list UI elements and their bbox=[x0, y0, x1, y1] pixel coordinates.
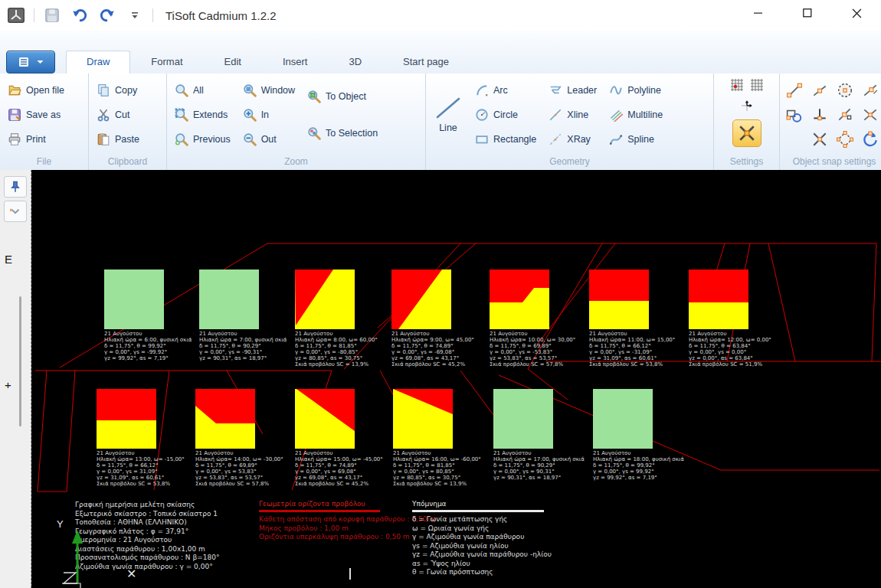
button-rectangle[interactable]: Rectangle bbox=[469, 127, 542, 152]
button-in[interactable]: In bbox=[237, 103, 301, 127]
tab-draw[interactable]: Draw bbox=[66, 51, 130, 74]
separator bbox=[34, 8, 34, 22]
button-to-object[interactable]: To Object bbox=[301, 84, 384, 109]
cell-text-line: γ = 0,00°, γs = 99,92° bbox=[593, 469, 693, 475]
cell-text-line: Ηλιακή ώρα= 10:00, ω= 30,00° bbox=[490, 337, 589, 343]
button-snap-intersection[interactable] bbox=[857, 103, 881, 127]
tab-format[interactable]: Format bbox=[130, 51, 203, 74]
separator bbox=[152, 8, 153, 22]
button-paste[interactable]: Paste bbox=[90, 127, 146, 152]
button-copy[interactable]: Copy bbox=[90, 78, 146, 103]
cell-annotation: 21 ΑυγούστουΗλιακή ώρα = 6:00, φυσική σκ… bbox=[104, 331, 204, 361]
cell-text-line: γ = 0,00°, γs = 69,08° bbox=[295, 469, 395, 475]
button-multiline[interactable]: Multiline bbox=[603, 103, 669, 127]
button-snap-quadrant[interactable] bbox=[832, 127, 857, 152]
button-grid[interactable] bbox=[750, 78, 764, 95]
cell-text-line: γz = 80,85°, αs = 30,75° bbox=[295, 355, 395, 361]
button-out[interactable]: Out bbox=[237, 127, 301, 152]
button-snap-insert[interactable] bbox=[832, 103, 857, 127]
button-xline[interactable]: Xline bbox=[542, 103, 603, 127]
button-snap-rotation[interactable] bbox=[857, 127, 881, 152]
button-leader[interactable]: Leader bbox=[542, 78, 603, 103]
close-button[interactable] bbox=[832, 0, 881, 26]
cell-text-line: δ = 11,75°, θ = 81,85° bbox=[393, 462, 493, 469]
button-extends[interactable]: Extends bbox=[169, 103, 237, 127]
panel-pin-button[interactable] bbox=[4, 176, 27, 198]
button-save-as[interactable]: Save as bbox=[2, 103, 70, 127]
axis-x-mark: ✕ bbox=[126, 567, 136, 581]
button-to-selection[interactable]: To Selection bbox=[301, 121, 384, 145]
button-snap-tangent[interactable] bbox=[781, 103, 807, 127]
cell-text-line: 21 Αυγούστου bbox=[493, 450, 593, 456]
minimize-button[interactable] bbox=[734, 0, 783, 26]
button-label: Open file bbox=[26, 85, 64, 96]
button-window[interactable]: Window bbox=[237, 78, 301, 103]
button-previous[interactable]: Previous bbox=[169, 127, 237, 152]
zoom-previous-icon bbox=[175, 132, 188, 146]
cell-annotation: 21 ΑυγούστουΗλιακή ώρα = 17:00, φυσική σ… bbox=[493, 450, 593, 481]
cell-text-line: δ = 11,75°, θ = 66,12° bbox=[97, 462, 196, 469]
titlebar: TiSoft Cadmium 1.2.2 bbox=[0, 0, 881, 31]
snap-tangent-icon bbox=[786, 106, 803, 123]
paste-icon bbox=[97, 132, 110, 146]
grid-icon bbox=[750, 78, 764, 92]
snap-node-icon bbox=[811, 131, 828, 148]
button-spline[interactable]: Spline bbox=[603, 127, 669, 152]
undo-icon[interactable] bbox=[70, 6, 90, 24]
button-snap-markers[interactable] bbox=[732, 119, 761, 147]
button-xray[interactable]: XRay bbox=[542, 127, 603, 152]
button-open-file[interactable]: Open file bbox=[2, 78, 70, 103]
grid-origin-icon bbox=[730, 78, 744, 92]
tab-3d[interactable]: 3D bbox=[328, 51, 382, 74]
cell-annotation: 21 ΑυγούστουΗλιακή ώρα= 9:00, ω= 45,00°δ… bbox=[391, 331, 491, 368]
save-icon[interactable] bbox=[42, 6, 62, 24]
button-line[interactable]: Line bbox=[427, 75, 469, 155]
wireframe-line bbox=[872, 243, 876, 361]
tab-start-page[interactable]: Start page bbox=[382, 51, 470, 74]
tab-insert[interactable]: Insert bbox=[262, 51, 329, 74]
button-print[interactable]: Print bbox=[2, 127, 70, 152]
tab-edit[interactable]: Edit bbox=[204, 51, 262, 74]
chevron-down-icon bbox=[8, 204, 22, 218]
button-label: Previous bbox=[193, 134, 231, 145]
button-label: Multiline bbox=[627, 109, 663, 120]
button-axes[interactable] bbox=[740, 99, 754, 116]
snap-insert-icon bbox=[837, 106, 853, 123]
panel-scrollbar[interactable] bbox=[19, 296, 21, 426]
shading-cell-r0c0: 21 ΑυγούστουΗλιακή ώρα = 6:00, φυσική σκ… bbox=[104, 270, 204, 361]
button-label: To Selection bbox=[326, 128, 378, 139]
button-label: Copy bbox=[115, 85, 137, 96]
cell-annotation: 21 ΑυγούστουΗλιακή ώρα= 12:00, ω= 0,00°δ… bbox=[689, 331, 788, 368]
legend-title: Υπόμνημα bbox=[412, 499, 552, 508]
text-line: αs = Ύψος ηλίου bbox=[412, 560, 552, 569]
button-arc[interactable]: Arc bbox=[469, 78, 542, 103]
redo-icon[interactable] bbox=[97, 6, 117, 24]
cell-text-line: γ = 0,00°, γs = 90,31° bbox=[493, 469, 593, 475]
button-label: Polyline bbox=[627, 85, 661, 96]
cell-text-line: γz = 31,09°, αs = 60,61° bbox=[97, 475, 196, 481]
button-snap-node[interactable] bbox=[807, 127, 832, 152]
button-all[interactable]: All bbox=[169, 78, 237, 103]
button-cut[interactable]: Cut bbox=[90, 103, 146, 127]
button-polyline[interactable]: Polyline bbox=[603, 78, 669, 103]
cell-text-line: γ = 0,00°, γs = -53,83° bbox=[490, 349, 589, 355]
button-circle[interactable]: Circle bbox=[469, 103, 542, 127]
spacer bbox=[781, 127, 807, 152]
button-snap-nearest[interactable] bbox=[857, 78, 881, 103]
button-snap-center[interactable] bbox=[832, 78, 857, 103]
application-menu-button[interactable] bbox=[6, 51, 55, 74]
button-grid-origin[interactable] bbox=[730, 78, 744, 95]
cell-text-line: δ = 11,75°, θ = 74,89° bbox=[391, 343, 491, 349]
panel-collapse-button[interactable] bbox=[4, 201, 27, 222]
button-snap-endpoint[interactable] bbox=[781, 78, 807, 103]
button-snap-midpoint[interactable] bbox=[807, 78, 832, 103]
maximize-button[interactable] bbox=[783, 0, 832, 26]
button-snap-perpendicular[interactable] bbox=[807, 103, 832, 127]
cell-text-line: δ = 11,75°, θ = 66,12° bbox=[589, 343, 689, 349]
cell-text-line: 21 Αυγούστου bbox=[391, 331, 491, 337]
axes-icon bbox=[740, 99, 754, 113]
button-label: Spline bbox=[627, 134, 654, 145]
window-square bbox=[490, 270, 549, 329]
quick-access-more-icon[interactable] bbox=[125, 6, 145, 24]
drawing-canvas[interactable]: Γραφική ημερήσια μελέτη σκίασηςΕξωτερικό… bbox=[31, 170, 881, 588]
